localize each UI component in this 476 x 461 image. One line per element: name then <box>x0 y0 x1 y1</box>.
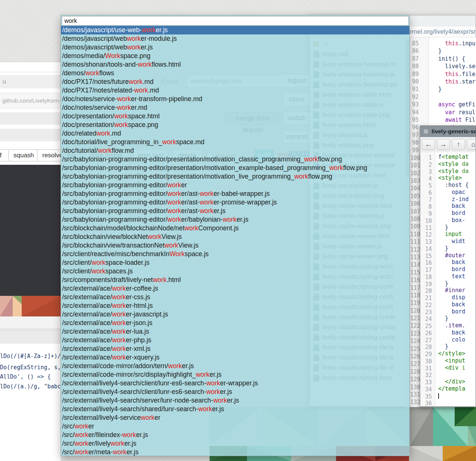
search-result-row[interactable]: /src/blockchain/model/blockchainNode/net… <box>61 224 409 233</box>
search-result-row[interactable]: /src/external/ace/worker-css.js <box>61 293 409 301</box>
match-highlight: work <box>142 26 156 34</box>
line-number: 85 <box>410 40 428 47</box>
match-highlight: work <box>74 422 88 430</box>
search-result-row[interactable]: /src/external/ace/worker-xml.js <box>61 345 409 353</box>
forward-button[interactable]: → <box>437 139 450 150</box>
search-result-row[interactable]: /src/babylonian-programming-editor/prese… <box>61 155 409 164</box>
search-result-row[interactable]: /src/babylonian-programming-editor/prese… <box>61 172 409 181</box>
code-line: <style da <box>438 161 469 168</box>
search-result-row[interactable]: /src/client/workspaces.js <box>61 267 409 276</box>
search-result-row[interactable]: /src/external/lively4-search/client/lunr… <box>61 379 409 388</box>
match-highlight: work <box>200 198 214 206</box>
code-fragment-line: lDo(/(#[A-Za-z]+)/ <box>0 353 61 362</box>
left-field-3[interactable] <box>0 129 61 141</box>
search-result-row[interactable]: /src/external/ace/worker-lua.js <box>61 327 409 336</box>
up-button[interactable]: ↑ <box>452 139 465 150</box>
diff-button[interactable]: diff <box>0 149 9 161</box>
search-result-row[interactable]: /doc/presentation/workspace.html <box>61 112 409 121</box>
repo-url-input[interactable]: github.com/LivelyKern <box>0 93 61 109</box>
squash-button[interactable]: squash <box>8 149 39 161</box>
search-result-row[interactable]: /src/external/ace/worker-xquery.js <box>61 353 409 362</box>
line-number: 90 <box>410 78 428 85</box>
search-result-row[interactable]: /src/babylonian-programming-editor/worke… <box>61 181 409 189</box>
search-result-row[interactable]: /doc/tutorial/live_programming_in_worksp… <box>61 138 409 146</box>
match-highlight: work <box>113 448 126 456</box>
search-result-row[interactable]: /demos/shonan/tools-and-workflows.html <box>61 60 409 69</box>
text-cursor <box>438 393 439 399</box>
line-number: 6 <box>420 189 435 197</box>
search-result-row[interactable]: /doc/PX17/notes/futurework.md <box>61 78 409 86</box>
code-line: #inner <box>438 287 469 294</box>
line-number: 87 <box>410 55 428 63</box>
search-result-row[interactable]: /src/external/lively4-search/client/lunr… <box>61 388 409 396</box>
search-result-row[interactable]: /src/external/lively4-search/shared/lunr… <box>61 405 409 413</box>
search-result-row[interactable]: /src/babylonian-programming-editor/worke… <box>61 198 409 207</box>
search-result-row[interactable]: /src/blockchain/view/transactionNetworkV… <box>61 241 409 250</box>
line-number: 35 <box>420 393 435 400</box>
code-line: </style> <box>438 350 469 357</box>
search-result-row[interactable]: /src/external/code-mirror/addon/tern/wor… <box>61 362 409 370</box>
code-line: this.inpu <box>431 40 475 47</box>
search-result-row[interactable]: /src/worker/livelyworker.js <box>61 439 409 448</box>
code-line: this.file <box>431 70 475 78</box>
code-fragment-line: lDo(/(a.)/g, "babc <box>0 383 61 392</box>
mosaic-triangle-tile <box>22 296 61 316</box>
search-input[interactable] <box>62 16 409 25</box>
line-number: 94 <box>410 109 428 116</box>
code-line: } <box>438 315 469 322</box>
line-number: 2 <box>420 161 435 169</box>
line-number: 9 <box>420 210 435 218</box>
code-editor[interactable]: 1234567891011121314151617181920212223242… <box>420 152 476 407</box>
menu-icon[interactable]: ≡ <box>420 128 431 135</box>
match-highlight: work <box>74 440 88 447</box>
match-highlight: work <box>198 405 212 413</box>
search-result-row[interactable]: /src/babylonian-programming-editor/prese… <box>61 164 409 172</box>
home-button[interactable]: ⌂ <box>467 139 476 150</box>
search-result-row[interactable]: /demos/javascript/webworker.js <box>61 43 409 52</box>
code-area[interactable]: f<templat<style da<style da<style> :host… <box>438 154 469 406</box>
squash-button-label: squash <box>13 152 34 159</box>
search-result-row[interactable]: /src/babylonian-programming-editor/worke… <box>61 207 409 215</box>
search-result-row[interactable]: /demos/workflows <box>61 69 409 78</box>
search-result-row[interactable]: /demos/media/Workspace.png <box>61 52 409 60</box>
search-result-row[interactable]: /src/external/ace/worker-php.js <box>61 336 409 345</box>
search-result-row[interactable]: /demos/javascript/use-web-worker.js <box>61 26 409 34</box>
match-highlight: work <box>74 431 88 439</box>
search-result-row[interactable]: /src/external/lively4-serviceworker <box>61 413 409 422</box>
match-highlight: work <box>168 362 182 370</box>
line-number-gutter: 1234567891011121314151617181920212223242… <box>420 152 435 407</box>
search-result-row[interactable]: /src/babylonian-programming-editor/worke… <box>61 189 409 198</box>
left-field-1[interactable]: u <box>0 75 61 88</box>
line-number: 26 <box>420 330 435 337</box>
search-result-row[interactable]: /src/babylonian-programming-editor/worke… <box>61 215 409 224</box>
search-result-row[interactable]: /src/worker <box>61 422 409 431</box>
search-result-row[interactable]: /src/external/ace/worker-html.js <box>61 301 409 310</box>
left-field-2[interactable] <box>0 112 61 125</box>
search-result-row[interactable]: /doc/PX17/notes/related-work.md <box>61 86 409 95</box>
search-result-row[interactable]: /doc/notes/service-worker-transform-pipe… <box>61 95 409 103</box>
search-result-row[interactable]: /src/external/lively4-search/server/lunr… <box>61 396 409 405</box>
back-button[interactable]: ← <box>422 139 435 150</box>
match-highlight: work <box>110 440 124 447</box>
match-highlight: work <box>96 130 110 137</box>
search-result-row[interactable]: /doc/presentation/workspace.png <box>61 121 409 129</box>
search-result-row[interactable]: /src/worker/meta-worker.js <box>61 448 409 457</box>
search-result-row[interactable]: /src/client/reactive/misc/benchmarkInWor… <box>61 250 409 258</box>
search-result-row[interactable]: /src/client/workspace-loader.js <box>61 258 409 267</box>
match-highlight: work <box>112 319 126 327</box>
search-result-row[interactable]: /src/worker/fileindex-worker.js <box>61 431 409 439</box>
mini-browser-titlebar[interactable]: ≡ lively-generic-search.js <box>420 126 476 137</box>
search-result-row[interactable]: /src/external/ace/worker-coffee.js <box>61 284 409 293</box>
search-result-row[interactable]: /doc/tutorial/workflow.md <box>61 146 409 155</box>
line-number: 88 <box>410 63 428 70</box>
search-result-row[interactable]: /src/components/draft/lively-network.htm… <box>61 276 409 284</box>
search-result-row[interactable]: /demos/javascript/webworker-module.js <box>61 34 409 43</box>
search-result-row[interactable]: /doc/notes/service-worker.md <box>61 103 409 112</box>
search-result-row[interactable]: /doc/relatedwork.md <box>61 129 409 138</box>
code-line: bord <box>438 210 469 217</box>
search-result-row[interactable]: /src/external/code-mirror/src/display/hi… <box>61 370 409 379</box>
search-result-row[interactable]: /src/external/ace/worker-json.js <box>61 319 409 327</box>
match-highlight: work <box>167 190 181 197</box>
search-result-row[interactable]: /src/blockchain/view/blockNetworkView.js <box>61 233 409 241</box>
search-result-row[interactable]: /src/external/ace/worker-javascript.js <box>61 310 409 319</box>
